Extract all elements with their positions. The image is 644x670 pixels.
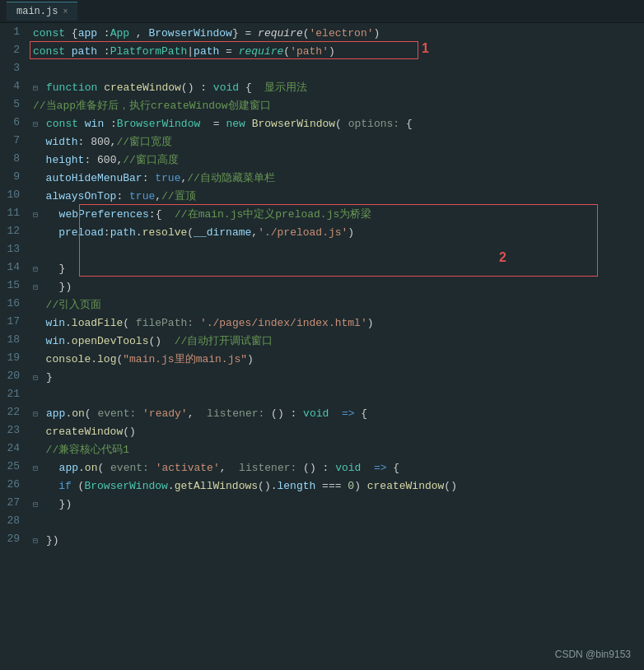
- token: height: [33, 154, 84, 166]
- token: on: [72, 407, 85, 420]
- token: : 800,: [78, 136, 117, 148]
- code-line: ⊟ }: [30, 260, 644, 278]
- token: 'ready': [142, 407, 188, 420]
- token: './preload.js': [258, 226, 348, 239]
- token: {: [72, 27, 78, 40]
- code-line: if (BrowserWindow.getAllWindows().length…: [30, 477, 644, 496]
- editor-window: main.js × 123456789101112131415161718192…: [0, 0, 644, 670]
- token: app: [78, 27, 97, 40]
- line-number: 12: [0, 222, 30, 240]
- line-number: 1: [0, 23, 30, 41]
- tab-close-button[interactable]: ×: [63, 7, 68, 16]
- token: //窗口宽度: [116, 136, 172, 148]
- token: (: [187, 226, 194, 239]
- token: BrowserWindow: [117, 118, 200, 130]
- token: App: [110, 27, 129, 40]
- token: (: [72, 480, 85, 492]
- token: './pages/index/index.html': [200, 317, 367, 329]
- line-number: 29: [0, 530, 30, 548]
- token: win: [33, 317, 65, 329]
- code-line: preload:path.resolve(__dirname,'./preloa…: [30, 224, 644, 242]
- code-line: ⊟}: [30, 369, 644, 387]
- token: () :: [296, 462, 335, 474]
- code-line: //引入页面: [30, 296, 644, 314]
- token: autoHideMenuBar: [33, 172, 142, 184]
- token: }): [46, 534, 59, 547]
- code-line: console.log("main.js里的main.js"): [30, 351, 644, 369]
- token: path: [110, 226, 136, 239]
- token: 'electron': [310, 27, 374, 40]
- token: ().: [258, 480, 277, 492]
- token: (): [444, 480, 457, 492]
- token: :: [116, 190, 129, 202]
- token: {: [239, 81, 264, 94]
- token: webPreferences: [46, 208, 149, 221]
- line-number: 4: [0, 77, 30, 95]
- code-line: createWindow(): [30, 423, 644, 441]
- code-line: win.loadFile( filePath: './pages/index/i…: [30, 314, 644, 333]
- token: ,: [251, 226, 258, 239]
- line-numbers: 1234567891011121314151617181920212223242…: [0, 23, 30, 670]
- token: listener:: [200, 407, 264, 420]
- token: [361, 462, 374, 474]
- token: //引入页面: [33, 299, 101, 311]
- token: ⊟: [33, 279, 43, 297]
- token: __dirname: [194, 226, 251, 239]
- token: //自动隐藏菜单栏: [187, 172, 275, 184]
- code-line: ⊟}): [30, 532, 644, 550]
- token: (: [283, 45, 290, 58]
- token: BrowserWindow: [148, 27, 231, 40]
- token: {: [399, 118, 413, 130]
- token: =: [200, 118, 226, 130]
- token: (: [85, 407, 98, 420]
- line-number: 26: [0, 476, 30, 494]
- code-line: ⊟ app.on( event: 'activate', listener: (…: [30, 459, 644, 477]
- token: 显示用法: [264, 81, 307, 94]
- token: loadFile: [72, 317, 123, 329]
- token: filePath:: [136, 317, 194, 329]
- code-line: //当app准备好后，执行createWindow创建窗口: [30, 97, 644, 115]
- token: =>: [342, 407, 355, 420]
- line-number: 8: [0, 150, 30, 168]
- token: (: [303, 27, 310, 40]
- line-number: 9: [0, 168, 30, 186]
- token: path: [194, 45, 219, 58]
- token: BrowserWindow: [84, 480, 167, 492]
- token: :: [104, 226, 110, 239]
- token: {: [387, 462, 400, 474]
- token: createWindow: [33, 426, 123, 438]
- code-line: ⊟ }): [30, 496, 644, 514]
- token: console: [33, 353, 91, 365]
- token: ): [367, 317, 374, 329]
- token: createWindow: [104, 81, 181, 94]
- tab-label: main.js: [16, 6, 58, 17]
- token: require: [258, 27, 303, 40]
- token: :: [142, 172, 156, 184]
- token: [136, 407, 142, 420]
- token: ): [247, 353, 254, 365]
- code-line: win.openDevTools() //自动打开调试窗口: [30, 333, 644, 351]
- token: //当app准备好后，执行createWindow创建窗口: [33, 100, 271, 112]
- token: options:: [348, 118, 399, 130]
- line-number: 13: [0, 240, 30, 258]
- token: true: [129, 190, 155, 202]
- token: on: [85, 462, 98, 474]
- token: listener:: [232, 462, 296, 474]
- active-tab[interactable]: main.js ×: [7, 2, 77, 21]
- token: getAllWindows: [175, 480, 258, 492]
- token: ): [329, 45, 335, 58]
- token: openDevTools: [72, 335, 149, 347]
- token: ,: [155, 190, 161, 202]
- token: resolve: [142, 226, 188, 239]
- line-number: 19: [0, 349, 30, 367]
- title-bar: main.js ×: [0, 0, 644, 23]
- token: require: [239, 45, 284, 58]
- line-number: 20: [0, 367, 30, 385]
- code-line: autoHideMenuBar: true,//自动隐藏菜单栏: [30, 170, 644, 188]
- token: (: [97, 462, 110, 474]
- token: path: [72, 45, 97, 58]
- code-line: ⊟function createWindow() : void { 显示用法: [30, 79, 644, 97]
- line-number: 27: [0, 494, 30, 512]
- code-line: ⊟ }): [30, 278, 644, 296]
- token: //置顶: [161, 190, 196, 202]
